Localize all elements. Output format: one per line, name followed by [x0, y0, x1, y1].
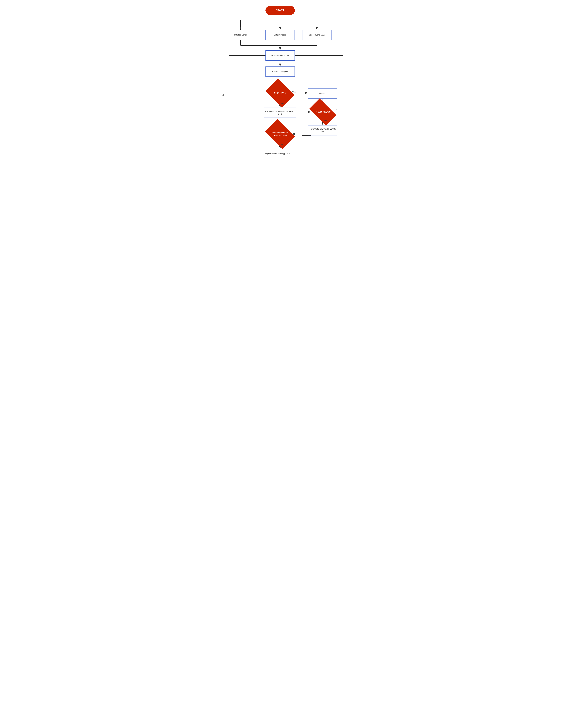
- yes-text-2: YES: [324, 120, 327, 122]
- set-pin-modes-label: Set pin modes: [274, 34, 286, 36]
- i-lt-num-relays-node: i < NUM_RELAYS: [309, 98, 336, 125]
- degrees-eq-0-label: Degrees == 0: [274, 92, 286, 94]
- init-serial-node: Initialize Serial: [226, 30, 255, 40]
- no-label-2: NO: [222, 94, 225, 96]
- degrees-eq-0-content: Degrees == 0: [268, 84, 292, 102]
- read-degrees-node: Read Degrees of Dial: [265, 50, 295, 61]
- set-i-0-node: Set i = 0: [308, 88, 337, 99]
- flowchart-container: START Initialize Serial Set pin modes Se…: [217, 3, 349, 179]
- read-degrees-label: Read Degrees of Dial: [271, 54, 289, 57]
- set-i-0-label: Set i = 0: [319, 92, 326, 95]
- set-relays-low-node: Set Relays to LOW: [302, 30, 331, 40]
- active-relays-node: activeRelays = degrees / increments i = …: [264, 108, 296, 118]
- start-node: START: [265, 6, 295, 15]
- yes-label-2: YES: [324, 120, 327, 122]
- init-serial-label: Initialize Serial: [234, 34, 247, 36]
- i-lt-num-relays-content: i < NUM_RELAYS: [311, 105, 334, 119]
- serial-print-label: SerialPrint Degrees: [272, 70, 288, 73]
- active-relays-label: activeRelays = degrees / increments i = …: [264, 110, 296, 115]
- yes-label-3: YES: [281, 144, 285, 146]
- set-pin-modes-node: Set pin modes: [265, 30, 295, 40]
- serial-print-node: SerialPrint Degrees: [265, 66, 295, 77]
- no-label-3: NO: [336, 108, 339, 110]
- no-text-1: NO: [281, 102, 284, 105]
- yes-text-3: YES: [281, 144, 285, 146]
- yes-label-1: YES: [292, 91, 296, 93]
- digital-write-low-node: digitalWrite(relayPins[i], LOW) i ++: [308, 125, 337, 135]
- no-label-1: NO: [281, 102, 284, 105]
- degrees-eq-0-node: Degrees == 0: [266, 78, 295, 107]
- yes-text-1: YES: [292, 91, 296, 93]
- digital-write-high-node: digitalWrite(relayPins[i], HIGH) i ++: [264, 149, 296, 159]
- digital-write-high-label: digitalWrite(relayPins[i], HIGH) i ++: [265, 152, 295, 155]
- i-lt-num-relays-label: i < NUM_RELAYS: [315, 111, 330, 113]
- digital-write-low-label: digitalWrite(relayPins[i], LOW) i ++: [308, 128, 337, 133]
- i-lte-active-relays-node: i <= activeRelays && i < NUM_RELAYS: [265, 119, 295, 149]
- i-lte-active-relays-content: i <= activeRelays && i < NUM_RELAYS: [268, 125, 293, 143]
- no-text-2: NO: [222, 94, 225, 96]
- no-text-3: NO: [336, 108, 339, 110]
- i-lte-active-relays-label: i <= activeRelays && i < NUM_RELAYS: [268, 131, 293, 137]
- start-label: START: [276, 9, 284, 12]
- set-relays-low-label: Set Relays to LOW: [309, 34, 325, 36]
